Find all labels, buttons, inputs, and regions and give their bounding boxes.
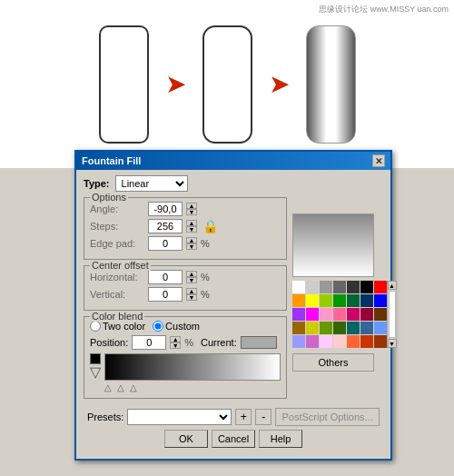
color-cell[interactable] (306, 281, 319, 293)
ok-button[interactable]: OK (164, 430, 208, 448)
color-cell[interactable] (306, 308, 319, 321)
color-cell[interactable] (347, 335, 360, 348)
left-panel: Options Angle: ▲ ▼ Steps: ▲ (84, 197, 287, 404)
position-down[interactable]: ▼ (170, 342, 181, 349)
grad-arrow-2[interactable]: △ (117, 382, 124, 392)
color-cell[interactable] (347, 308, 360, 321)
two-color-option[interactable]: Two color (90, 321, 145, 332)
color-cell[interactable] (306, 294, 319, 307)
color-cell[interactable] (292, 335, 305, 348)
horizontal-up[interactable]: ▲ (186, 271, 197, 277)
dialog-titlebar: Fountain Fill ✕ (76, 152, 390, 170)
custom-option[interactable]: Custom (153, 321, 200, 332)
grad-arrow-3[interactable]: △ (130, 382, 137, 392)
vertical-label: Vertical: (90, 289, 144, 300)
color-cell[interactable] (306, 335, 319, 348)
color-cell[interactable] (374, 322, 387, 334)
grad-arrow-1[interactable]: △ (104, 382, 112, 392)
options-group-label: Options (90, 192, 128, 203)
edgepad-down[interactable]: ▼ (186, 243, 197, 250)
presets-delete-btn[interactable]: - (255, 409, 271, 425)
black-swatch[interactable] (90, 353, 101, 364)
type-select[interactable]: Linear (115, 175, 188, 192)
horizontal-label: Horizontal: (90, 272, 144, 283)
custom-radio[interactable] (153, 321, 163, 332)
dialog-title: Fountain Fill (82, 155, 141, 166)
color-cell[interactable] (292, 308, 305, 321)
presets-select[interactable] (127, 409, 232, 425)
color-cell[interactable] (320, 281, 332, 293)
presets-save-btn[interactable]: + (235, 409, 252, 425)
edgepad-input[interactable] (148, 236, 183, 251)
color-palette[interactable] (292, 281, 387, 348)
position-up[interactable]: ▲ (170, 336, 181, 342)
color-cell[interactable] (360, 335, 373, 348)
color-cell[interactable] (360, 281, 373, 293)
help-button[interactable]: Help (259, 430, 302, 448)
options-group: Options Angle: ▲ ▼ Steps: ▲ (84, 197, 287, 260)
color-blend-label: Color blend (90, 311, 144, 322)
close-button[interactable]: ✕ (372, 154, 385, 167)
angle-input[interactable] (148, 202, 183, 216)
center-offset-group: Center offset Horizontal: ▲ ▼ % Vertical… (84, 265, 287, 311)
color-cell[interactable] (347, 322, 360, 334)
color-cell[interactable] (360, 308, 373, 321)
gradient-bar-col: △ △ △ (104, 353, 281, 392)
edgepad-percent: % (201, 238, 210, 249)
color-cell[interactable] (306, 322, 319, 334)
watermark: 思缘设计论坛 www.MISSY uan.com (319, 4, 449, 15)
color-cell[interactable] (374, 308, 387, 321)
two-color-radio[interactable] (90, 321, 101, 332)
color-cell[interactable] (320, 322, 332, 334)
angle-up[interactable]: ▲ (186, 203, 197, 209)
color-cell[interactable] (347, 281, 360, 293)
color-cell[interactable] (292, 294, 305, 307)
color-cell[interactable] (360, 322, 373, 334)
center-offset-label: Center offset (90, 260, 151, 271)
color-cell[interactable] (333, 335, 346, 348)
color-cell[interactable] (320, 308, 332, 321)
steps-input[interactable] (148, 219, 183, 233)
edgepad-up[interactable]: ▲ (186, 237, 197, 243)
fountain-fill-dialog: Fountain Fill ✕ Type: Linear Options Ang… (74, 150, 392, 461)
gradient-bar[interactable] (104, 353, 281, 381)
color-cell[interactable] (292, 322, 305, 334)
shape-container: ➤ ➤ (99, 25, 356, 144)
current-color-swatch (241, 336, 277, 349)
angle-down[interactable]: ▼ (186, 209, 197, 215)
vertical-up[interactable]: ▲ (186, 288, 197, 294)
color-cell[interactable] (360, 294, 373, 307)
color-cell[interactable] (347, 294, 360, 307)
horizontal-input[interactable] (148, 270, 183, 284)
color-cell[interactable] (333, 308, 346, 321)
scroll-down-btn[interactable]: ▼ (388, 339, 397, 348)
arrow-2: ➤ (269, 69, 290, 99)
cancel-button[interactable]: Cancel (212, 430, 255, 448)
current-label: Current: (201, 337, 237, 348)
palette-scrollbar: ▲ ▼ (387, 281, 396, 348)
color-cell[interactable] (374, 294, 387, 307)
vertical-down[interactable]: ▼ (186, 294, 197, 301)
color-cell[interactable] (374, 335, 387, 348)
steps-up[interactable]: ▲ (186, 220, 197, 226)
angle-label: Angle: (90, 203, 144, 214)
postscript-button[interactable]: PostScript Options... (275, 408, 380, 426)
color-cell[interactable] (292, 281, 305, 293)
position-current-row: Position: ▲ ▼ % Current: (90, 335, 281, 350)
others-button[interactable]: Others (292, 353, 374, 372)
gradient-bar-wrapper: ▽ △ △ △ (90, 353, 281, 392)
position-input[interactable] (132, 335, 166, 350)
horizontal-down[interactable]: ▼ (186, 277, 197, 283)
color-cell[interactable] (333, 322, 346, 334)
steps-icon[interactable]: 🔒 (202, 219, 218, 233)
shape-rect-gradient (306, 25, 356, 144)
scroll-up-btn[interactable]: ▲ (388, 281, 397, 290)
color-cell[interactable] (320, 335, 332, 348)
vertical-input[interactable] (148, 287, 183, 302)
steps-down[interactable]: ▼ (186, 226, 197, 233)
color-cell[interactable] (320, 294, 332, 307)
color-cell[interactable] (333, 294, 346, 307)
color-cell[interactable] (374, 281, 387, 293)
arrow-1: ➤ (165, 69, 186, 99)
color-cell[interactable] (333, 281, 346, 293)
